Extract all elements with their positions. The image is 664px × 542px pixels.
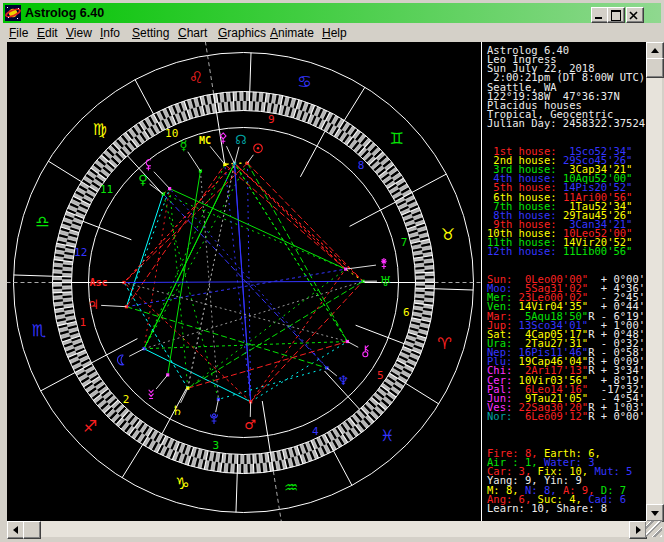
zodiac-capricorn-icon: ♑ xyxy=(175,474,189,493)
planet-glyph-sun xyxy=(254,144,263,153)
menu-graphics[interactable]: Graphics xyxy=(218,26,266,40)
zodiac-taurus-icon: ♉ xyxy=(441,225,455,244)
house-number-12: 12 xyxy=(74,246,87,259)
planet-glyph-nor: ☊ xyxy=(235,132,247,147)
sidebar-line: Julian Day: 2458322.37524 xyxy=(487,119,647,129)
house-number-3: 3 xyxy=(212,439,219,452)
scroll-down-button[interactable] xyxy=(646,504,664,522)
house-number-7: 7 xyxy=(401,236,408,249)
menu-help[interactable]: Help xyxy=(322,26,347,40)
house-number-4: 4 xyxy=(312,425,319,438)
menu-file[interactable]: File xyxy=(9,26,28,40)
zodiac-scorpio-icon: ♏ xyxy=(32,321,46,340)
planet-glyph-sat: ♄ xyxy=(171,403,183,418)
menu-chart[interactable]: Chart xyxy=(178,26,207,40)
zodiac-virgo-icon: ♍ xyxy=(93,120,107,139)
sidebar-line: 12th house:11Lib00'56" xyxy=(487,247,647,257)
zodiac-sagittarius-icon: ♐ xyxy=(83,417,97,436)
wheel-chart: ♈♉♊♋♌♍♎♏♐♑♒♓123456789101112☿♀♂♃♄♅♆☊AscMC xyxy=(7,42,481,521)
menu-info[interactable]: Info xyxy=(100,26,120,40)
planet-glyph-jup: ♃ xyxy=(87,297,99,312)
menu-view[interactable]: View xyxy=(66,26,92,40)
zodiac-gemini-icon: ♊ xyxy=(390,129,404,148)
planet-glyph-jun xyxy=(381,258,387,269)
zodiac-libra-icon: ♎ xyxy=(35,212,49,231)
house-number-2: 2 xyxy=(123,393,130,406)
close-button[interactable] xyxy=(626,7,644,23)
planet-glyph-chi xyxy=(363,345,369,356)
planet-glyph-ves xyxy=(149,390,154,399)
menu-edit[interactable]: Edit xyxy=(37,26,58,40)
house-number-10: 10 xyxy=(165,127,178,140)
planet-glyph-mar: ♂ xyxy=(244,417,256,432)
planet-glyph-ura: ♅ xyxy=(379,274,391,289)
house-number-6: 6 xyxy=(403,306,410,319)
zodiac-cancer-icon: ♋ xyxy=(297,72,311,91)
menu-bar: FileEditViewInfoSettingChartGraphicsAnim… xyxy=(4,24,660,41)
aspect-lines xyxy=(124,163,363,402)
planet-glyph-mer: ☿ xyxy=(179,138,187,153)
planet-glyph-ven: ♀ xyxy=(138,172,148,187)
zodiac-leo-icon: ♌ xyxy=(189,68,203,87)
astrolog-window: Astrolog 6.40 FileEditViewInfoSettingCha… xyxy=(0,0,664,542)
planet-glyph-moo xyxy=(117,355,123,365)
title-bar: Astrolog 6.40 xyxy=(3,3,661,23)
horizontal-scrollbar[interactable] xyxy=(7,521,646,537)
sidebar-line: Learn: 10, Share: 8 xyxy=(487,504,647,514)
planet-glyph-cer xyxy=(146,160,151,171)
horizontal-scroll-thumb[interactable] xyxy=(23,521,41,539)
planet-glyph-plu xyxy=(211,414,218,424)
zodiac-aries-icon: ♈ xyxy=(437,334,451,353)
vertical-scroll-thumb[interactable] xyxy=(646,58,664,78)
angle-label-mc: MC xyxy=(199,135,211,146)
resize-grip[interactable] xyxy=(646,521,662,537)
chart-client-area: ♈♉♊♋♌♍♎♏♐♑♒♓123456789101112☿♀♂♃♄♅♆☊AscMC… xyxy=(7,42,646,521)
house-number-11: 11 xyxy=(100,183,113,196)
zodiac-aquarius-icon: ♒ xyxy=(284,478,298,497)
angle-label-asc: Asc xyxy=(89,277,107,288)
house-number-8: 8 xyxy=(358,159,365,172)
maximize-button[interactable] xyxy=(607,7,625,23)
vertical-scrollbar[interactable] xyxy=(646,42,662,521)
house-number-5: 5 xyxy=(377,369,384,382)
menu-setting[interactable]: Setting xyxy=(132,26,169,40)
scroll-right-button[interactable] xyxy=(629,521,647,539)
menu-animate[interactable]: Animate xyxy=(270,26,314,40)
house-number-1: 1 xyxy=(80,316,87,329)
house-number-9: 9 xyxy=(268,113,275,126)
app-icon xyxy=(5,5,21,21)
chart-info-sidebar: Astrolog 6.40Leo IngressSun July 22, 201… xyxy=(481,42,647,521)
planet-glyph-nep: ♆ xyxy=(337,373,349,388)
zodiac-pisces-icon: ♓ xyxy=(380,426,394,445)
window-title: Astrolog 6.40 xyxy=(25,6,104,20)
sidebar-line: Nor: 6Leo09'12"R + 0°00' xyxy=(487,412,647,422)
